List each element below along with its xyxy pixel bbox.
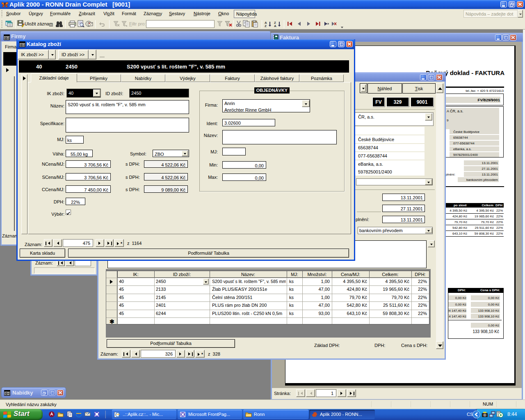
- svg-text:A: A: [274, 24, 276, 27]
- svg-text:Z: Z: [265, 24, 267, 27]
